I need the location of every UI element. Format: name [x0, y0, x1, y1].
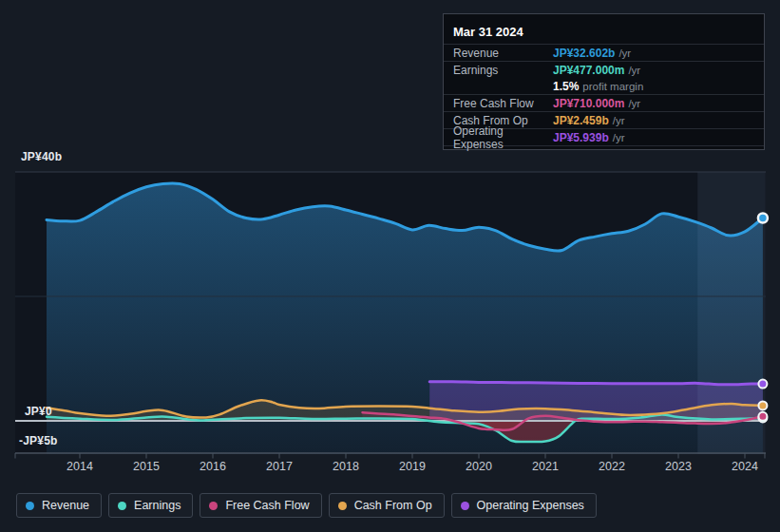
tooltip-value: JP¥477.000m — [553, 64, 624, 77]
x-axis-label-2023: 2023 — [665, 460, 692, 473]
y-axis-label-40b: JP¥40b — [21, 150, 62, 163]
legend-label: Free Cash Flow — [225, 499, 309, 512]
tooltip-label: Revenue — [453, 47, 553, 60]
free-cash-flow-marker — [758, 412, 767, 421]
legend-item-earnings[interactable]: Earnings — [108, 493, 193, 518]
legend-item-operating-expenses[interactable]: Operating Expenses — [451, 493, 597, 518]
legend-dot — [461, 502, 469, 510]
tooltip-value-suffix: /yr — [628, 65, 640, 76]
profit-margin-value: 1.5% — [553, 80, 579, 93]
tooltip-row-free-cash-flow: Free Cash FlowJP¥710.000m/yr — [444, 95, 764, 112]
legend: RevenueEarningsFree Cash FlowCash From O… — [16, 493, 597, 518]
x-axis-label-2018: 2018 — [333, 460, 359, 473]
legend-label: Revenue — [42, 499, 89, 512]
legend-item-free-cash-flow[interactable]: Free Cash Flow — [200, 493, 321, 518]
legend-item-revenue[interactable]: Revenue — [16, 493, 102, 518]
tooltip-label: Free Cash Flow — [453, 97, 553, 110]
x-axis-label-2020: 2020 — [466, 460, 492, 473]
x-axis-label-2015: 2015 — [133, 460, 160, 473]
tooltip-value-suffix: /yr — [618, 48, 631, 59]
tooltip-rows: RevenueJP¥32.602b/yrEarningsJP¥477.000m/… — [444, 45, 764, 146]
legend-label: Operating Expenses — [477, 499, 584, 512]
legend-item-cash-from-op[interactable]: Cash From Op — [329, 493, 445, 518]
operating-expenses-marker — [758, 380, 767, 389]
x-axis-label-2019: 2019 — [399, 460, 426, 473]
tooltip-value-suffix: /yr — [613, 132, 625, 143]
tooltip-value: JP¥5.939b — [553, 131, 609, 144]
x-axis-label-2017: 2017 — [266, 460, 293, 473]
legend-dot — [209, 502, 218, 510]
tooltip: Mar 31 2024 RevenueJP¥32.602b/yrEarnings… — [443, 13, 765, 150]
tooltip-value: JP¥2.459b — [553, 114, 609, 127]
legend-label: Earnings — [134, 499, 181, 512]
tooltip-row-profit-margin: 1.5%profit margin — [444, 78, 764, 95]
legend-dot — [26, 502, 34, 510]
tooltip-row-operating-expenses: Operating ExpensesJP¥5.939b/yr — [444, 129, 764, 146]
tooltip-value: JP¥32.602b — [553, 47, 615, 60]
tooltip-row-earnings: EarningsJP¥477.000m/yr — [444, 62, 764, 78]
legend-label: Cash From Op — [354, 499, 432, 512]
earnings-revenue-history-chart: JP¥40b JP¥0 -JP¥5b 201420152016201720182… — [0, 0, 780, 532]
y-axis-label-0: JP¥0 — [25, 405, 52, 418]
tooltip-row-revenue: RevenueJP¥32.602b/yr — [444, 45, 764, 62]
profit-margin-label: profit margin — [582, 81, 643, 92]
tooltip-value-suffix: /yr — [628, 98, 640, 109]
x-axis-label-2014: 2014 — [67, 460, 93, 473]
x-axis-label-2021: 2021 — [532, 460, 559, 473]
tooltip-label: Earnings — [453, 64, 553, 77]
legend-dot — [118, 502, 126, 510]
tooltip-value: JP¥710.000m — [553, 97, 624, 110]
cash-from-op-marker — [758, 401, 767, 409]
hover-highlight-band — [697, 172, 765, 454]
tooltip-label: Operating Expenses — [453, 124, 553, 151]
x-axis-label-2016: 2016 — [200, 460, 226, 473]
x-axis-label-2022: 2022 — [599, 460, 625, 473]
y-axis-label-neg5b: -JP¥5b — [19, 434, 58, 447]
revenue-marker — [758, 213, 768, 222]
tooltip-value-suffix: /yr — [613, 115, 625, 126]
tooltip-date: Mar 31 2024 — [444, 20, 764, 45]
x-axis-label-2024: 2024 — [732, 460, 758, 473]
legend-dot — [338, 502, 347, 510]
